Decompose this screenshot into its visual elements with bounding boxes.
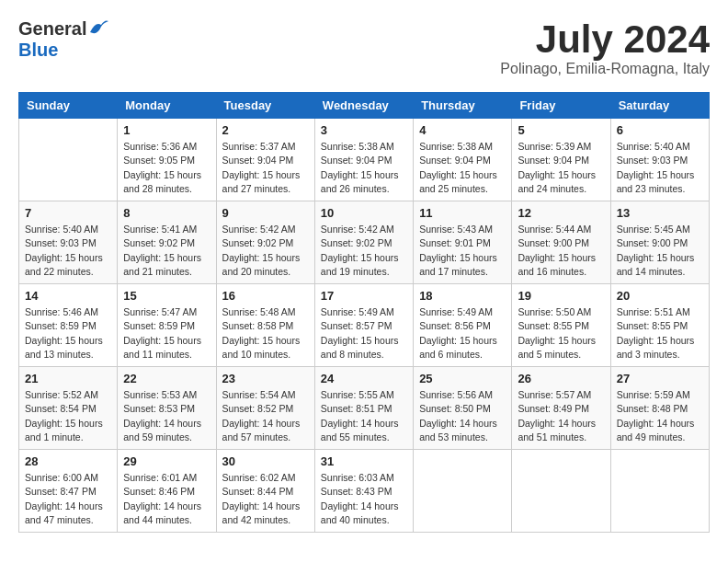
- calendar-day-cell: 24Sunrise: 5:55 AM Sunset: 8:51 PM Dayli…: [314, 367, 413, 450]
- calendar-day-cell: [414, 450, 512, 533]
- calendar-day-cell: 4Sunrise: 5:38 AM Sunset: 9:04 PM Daylig…: [414, 119, 512, 201]
- day-info: Sunrise: 5:49 AM Sunset: 8:57 PM Dayligh…: [321, 305, 407, 362]
- day-number: 5: [518, 123, 604, 137]
- calendar-week-row: 21Sunrise: 5:52 AM Sunset: 8:54 PM Dayli…: [19, 367, 710, 450]
- day-number: 4: [419, 123, 506, 137]
- day-number: 28: [25, 454, 111, 468]
- day-info: Sunrise: 5:38 AM Sunset: 9:04 PM Dayligh…: [419, 140, 506, 196]
- day-info: Sunrise: 5:42 AM Sunset: 9:02 PM Dayligh…: [321, 223, 407, 279]
- calendar-day-cell: 19Sunrise: 5:50 AM Sunset: 8:55 PM Dayli…: [512, 284, 610, 367]
- day-number: 10: [321, 206, 407, 220]
- day-info: Sunrise: 5:53 AM Sunset: 8:53 PM Dayligh…: [123, 388, 210, 444]
- calendar-day-cell: 14Sunrise: 5:46 AM Sunset: 8:59 PM Dayli…: [19, 284, 118, 367]
- weekday-header-cell: Saturday: [610, 93, 709, 119]
- calendar-day-cell: 10Sunrise: 5:42 AM Sunset: 9:02 PM Dayli…: [314, 201, 413, 284]
- day-info: Sunrise: 5:57 AM Sunset: 8:49 PM Dayligh…: [518, 388, 604, 444]
- day-number: 27: [617, 372, 703, 385]
- day-info: Sunrise: 6:00 AM Sunset: 8:47 PM Dayligh…: [25, 471, 111, 527]
- calendar-day-cell: 21Sunrise: 5:52 AM Sunset: 8:54 PM Dayli…: [19, 367, 118, 450]
- day-info: Sunrise: 5:40 AM Sunset: 9:03 PM Dayligh…: [25, 223, 111, 279]
- day-number: 29: [123, 454, 210, 468]
- calendar-day-cell: 9Sunrise: 5:42 AM Sunset: 9:02 PM Daylig…: [216, 201, 314, 284]
- day-number: 8: [123, 206, 210, 220]
- day-number: 21: [25, 372, 111, 385]
- logo-blue-text: Blue: [18, 40, 58, 61]
- weekday-header-cell: Tuesday: [216, 93, 314, 119]
- day-number: 14: [25, 289, 111, 303]
- calendar-week-row: 28Sunrise: 6:00 AM Sunset: 8:47 PM Dayli…: [19, 450, 710, 533]
- page-header: General Blue July 2024 Polinago, Emilia-…: [18, 18, 710, 77]
- calendar-day-cell: 12Sunrise: 5:44 AM Sunset: 9:00 PM Dayli…: [512, 201, 610, 284]
- calendar-table: SundayMondayTuesdayWednesdayThursdayFrid…: [18, 92, 710, 533]
- day-info: Sunrise: 6:03 AM Sunset: 8:43 PM Dayligh…: [321, 471, 407, 527]
- calendar-day-cell: 1Sunrise: 5:36 AM Sunset: 9:05 PM Daylig…: [118, 119, 216, 201]
- calendar-day-cell: 31Sunrise: 6:03 AM Sunset: 8:43 PM Dayli…: [314, 450, 413, 533]
- weekday-header-cell: Friday: [512, 93, 610, 119]
- day-info: Sunrise: 6:02 AM Sunset: 8:44 PM Dayligh…: [222, 471, 309, 527]
- calendar-day-cell: 22Sunrise: 5:53 AM Sunset: 8:53 PM Dayli…: [118, 367, 216, 450]
- calendar-day-cell: 28Sunrise: 6:00 AM Sunset: 8:47 PM Dayli…: [19, 450, 118, 533]
- day-number: 6: [617, 123, 703, 137]
- day-info: Sunrise: 5:42 AM Sunset: 9:02 PM Dayligh…: [222, 223, 309, 279]
- day-info: Sunrise: 6:01 AM Sunset: 8:46 PM Dayligh…: [123, 471, 210, 527]
- day-info: Sunrise: 5:40 AM Sunset: 9:03 PM Dayligh…: [617, 140, 703, 196]
- page-subtitle: Polinago, Emilia-Romagna, Italy: [500, 61, 710, 77]
- calendar-day-cell: [512, 450, 610, 533]
- day-info: Sunrise: 5:56 AM Sunset: 8:50 PM Dayligh…: [419, 388, 506, 444]
- day-info: Sunrise: 5:44 AM Sunset: 9:00 PM Dayligh…: [518, 223, 604, 279]
- calendar-day-cell: 11Sunrise: 5:43 AM Sunset: 9:01 PM Dayli…: [414, 201, 512, 284]
- day-number: 12: [518, 206, 604, 220]
- calendar-week-row: 1Sunrise: 5:36 AM Sunset: 9:05 PM Daylig…: [19, 119, 710, 201]
- day-info: Sunrise: 5:47 AM Sunset: 8:59 PM Dayligh…: [123, 305, 210, 362]
- day-info: Sunrise: 5:37 AM Sunset: 9:04 PM Dayligh…: [222, 140, 309, 196]
- calendar-week-row: 14Sunrise: 5:46 AM Sunset: 8:59 PM Dayli…: [19, 284, 710, 367]
- day-number: 23: [222, 372, 309, 385]
- calendar-day-cell: 5Sunrise: 5:39 AM Sunset: 9:04 PM Daylig…: [512, 119, 610, 201]
- day-info: Sunrise: 5:54 AM Sunset: 8:52 PM Dayligh…: [222, 388, 309, 444]
- calendar-day-cell: 26Sunrise: 5:57 AM Sunset: 8:49 PM Dayli…: [512, 367, 610, 450]
- day-number: 24: [321, 372, 407, 385]
- calendar-day-cell: [19, 119, 118, 201]
- title-block: July 2024 Polinago, Emilia-Romagna, Ital…: [500, 18, 710, 77]
- calendar-day-cell: [610, 450, 709, 533]
- logo-bird-icon: [88, 19, 108, 40]
- calendar-day-cell: 23Sunrise: 5:54 AM Sunset: 8:52 PM Dayli…: [216, 367, 314, 450]
- calendar-day-cell: 25Sunrise: 5:56 AM Sunset: 8:50 PM Dayli…: [414, 367, 512, 450]
- day-number: 30: [222, 454, 309, 468]
- day-number: 11: [419, 206, 506, 220]
- calendar-day-cell: 15Sunrise: 5:47 AM Sunset: 8:59 PM Dayli…: [118, 284, 216, 367]
- day-number: 16: [222, 289, 309, 303]
- day-number: 19: [518, 289, 604, 303]
- weekday-header-cell: Wednesday: [314, 93, 413, 119]
- calendar-day-cell: 3Sunrise: 5:38 AM Sunset: 9:04 PM Daylig…: [314, 119, 413, 201]
- day-number: 20: [617, 289, 703, 303]
- logo-general-text: General: [18, 18, 86, 40]
- day-number: 3: [321, 123, 407, 137]
- day-info: Sunrise: 5:51 AM Sunset: 8:55 PM Dayligh…: [617, 305, 703, 362]
- calendar-day-cell: 6Sunrise: 5:40 AM Sunset: 9:03 PM Daylig…: [610, 119, 709, 201]
- day-number: 7: [25, 206, 111, 220]
- day-number: 17: [321, 289, 407, 303]
- day-info: Sunrise: 5:38 AM Sunset: 9:04 PM Dayligh…: [321, 140, 407, 196]
- calendar-day-cell: 16Sunrise: 5:48 AM Sunset: 8:58 PM Dayli…: [216, 284, 314, 367]
- day-number: 15: [123, 289, 210, 303]
- day-info: Sunrise: 5:55 AM Sunset: 8:51 PM Dayligh…: [321, 388, 407, 444]
- calendar-week-row: 7Sunrise: 5:40 AM Sunset: 9:03 PM Daylig…: [19, 201, 710, 284]
- calendar-day-cell: 18Sunrise: 5:49 AM Sunset: 8:56 PM Dayli…: [414, 284, 512, 367]
- day-info: Sunrise: 5:43 AM Sunset: 9:01 PM Dayligh…: [419, 223, 506, 279]
- day-number: 2: [222, 123, 309, 137]
- calendar-day-cell: 17Sunrise: 5:49 AM Sunset: 8:57 PM Dayli…: [314, 284, 413, 367]
- weekday-header-row: SundayMondayTuesdayWednesdayThursdayFrid…: [19, 93, 710, 119]
- day-info: Sunrise: 5:52 AM Sunset: 8:54 PM Dayligh…: [25, 388, 111, 444]
- calendar-day-cell: 20Sunrise: 5:51 AM Sunset: 8:55 PM Dayli…: [610, 284, 709, 367]
- day-info: Sunrise: 5:46 AM Sunset: 8:59 PM Dayligh…: [25, 305, 111, 362]
- day-info: Sunrise: 5:50 AM Sunset: 8:55 PM Dayligh…: [518, 305, 604, 362]
- day-info: Sunrise: 5:45 AM Sunset: 9:00 PM Dayligh…: [617, 223, 703, 279]
- weekday-header-cell: Monday: [118, 93, 216, 119]
- logo: General Blue: [18, 18, 108, 61]
- day-number: 22: [123, 372, 210, 385]
- weekday-header-cell: Thursday: [414, 93, 512, 119]
- day-number: 18: [419, 289, 506, 303]
- day-info: Sunrise: 5:41 AM Sunset: 9:02 PM Dayligh…: [123, 223, 210, 279]
- day-number: 31: [321, 454, 407, 468]
